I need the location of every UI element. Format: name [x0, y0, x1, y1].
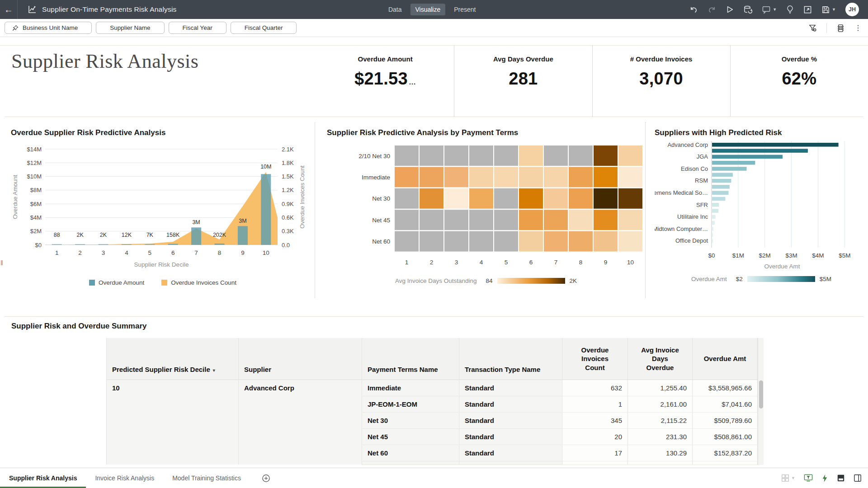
table-cell[interactable]: 2,115.22: [628, 412, 693, 428]
supplier-bar[interactable]: [712, 155, 783, 159]
bar-overdue-amount[interactable]: [52, 244, 62, 245]
heatmap-cell[interactable]: [469, 210, 493, 230]
supplier-bar[interactable]: [712, 143, 839, 147]
supplier-bar[interactable]: [712, 179, 731, 183]
kpi-overdue-percent[interactable]: Overdue % 62%: [730, 45, 868, 117]
heatmap-cell[interactable]: [420, 145, 443, 166]
tab-present[interactable]: Present: [449, 4, 481, 15]
supplier-bar[interactable]: [712, 167, 747, 171]
table-cell[interactable]: Immediate: [362, 380, 459, 396]
table-scrollbar-thumb[interactable]: [759, 380, 763, 408]
grid-view-icon[interactable]: ▼: [781, 474, 795, 482]
heatmap-cell[interactable]: [444, 210, 468, 230]
table-cell[interactable]: 1: [562, 396, 628, 412]
kpi-avg-days-overdue[interactable]: Avg Days Overdue 281: [454, 45, 592, 117]
table-cell[interactable]: 130.29: [628, 445, 693, 461]
supplier-bar[interactable]: [712, 227, 713, 231]
auto-apply-icon[interactable]: [821, 474, 828, 483]
heatmap-cell[interactable]: [544, 188, 568, 209]
supplier-bar[interactable]: [712, 239, 713, 243]
heatmap-cell[interactable]: [395, 145, 419, 166]
kebab-menu-icon[interactable]: ⋮: [854, 24, 862, 32]
canvas-resize-handle[interactable]: ‖: [0, 259, 3, 267]
filter-supplier-name[interactable]: Supplier Name: [96, 22, 164, 34]
heatmap-cell[interactable]: [594, 188, 618, 209]
save-icon[interactable]: ▼: [821, 5, 836, 14]
heatmap-cell[interactable]: [569, 167, 593, 187]
canvas-tab-invoice-risk[interactable]: Invoice Risk Analysis: [86, 468, 163, 488]
heatmap-cell[interactable]: [444, 167, 468, 187]
filter-business-unit[interactable]: Business Unit Name: [5, 22, 92, 34]
export-window-icon[interactable]: [803, 5, 812, 14]
canvas-properties-icon[interactable]: [836, 23, 845, 33]
table-cell[interactable]: Net 60: [362, 445, 459, 461]
table-cell[interactable]: Standard: [459, 428, 562, 445]
heatmap-cell[interactable]: [618, 231, 642, 252]
bar-overdue-amount[interactable]: [122, 244, 132, 245]
supplier-bar[interactable]: [712, 209, 718, 213]
heatmap-cell[interactable]: [544, 231, 568, 252]
table-cell[interactable]: $152,837.20: [693, 445, 758, 461]
table-cell[interactable]: Standard: [459, 380, 562, 396]
heatmap-cell[interactable]: [594, 145, 618, 166]
comment-caret-icon[interactable]: ▼: [773, 7, 777, 12]
column-header[interactable]: Supplier: [239, 338, 362, 380]
add-canvas-icon[interactable]: [262, 474, 270, 483]
supplier-bar[interactable]: [712, 185, 730, 189]
heatmap-cell[interactable]: [519, 210, 543, 230]
heatmap-cell[interactable]: [469, 231, 493, 252]
column-header[interactable]: Payment Terms Name: [362, 338, 459, 380]
supplier-bar[interactable]: [712, 221, 715, 225]
column-header[interactable]: Avg InvoiceDaysOverdue: [628, 338, 693, 380]
filter-fiscal-year[interactable]: Fiscal Year: [169, 22, 226, 34]
heatmap-cell[interactable]: [569, 145, 593, 166]
supplier-bar[interactable]: [712, 197, 725, 201]
table-cell[interactable]: 2,161.00: [628, 396, 693, 412]
supplier-bar[interactable]: [712, 191, 728, 195]
avatar[interactable]: JH: [845, 3, 859, 16]
table-cell[interactable]: JP-EOM-1-EOM: [362, 396, 459, 412]
layout-panel-right-icon[interactable]: [854, 474, 862, 482]
table-cell[interactable]: $508,861.00: [693, 428, 758, 445]
table-cell[interactable]: 17: [562, 445, 628, 461]
canvas-tab-model-training[interactable]: Model Training Statistics: [163, 468, 250, 488]
heatmap-cell[interactable]: [594, 210, 618, 230]
bar-overdue-amount[interactable]: [191, 227, 201, 245]
back-button[interactable]: ←: [0, 0, 17, 19]
kpi-overdue-invoices[interactable]: # Overdue Invoices 3,070: [592, 45, 730, 117]
kpi-overdue-amount[interactable]: Overdue Amount $21.53…: [316, 45, 454, 117]
heatmap-cell[interactable]: [569, 210, 593, 230]
comment-icon[interactable]: ▼: [762, 5, 777, 14]
filter-settings-icon[interactable]: [808, 23, 817, 33]
supplier-bar[interactable]: [712, 203, 719, 207]
column-header[interactable]: Transaction Type Name: [459, 338, 562, 380]
column-header[interactable]: OverdueInvoicesCount: [562, 338, 628, 380]
table-scrollbar[interactable]: [758, 338, 764, 465]
heatmap-cell[interactable]: [469, 145, 493, 166]
heatmap-cell[interactable]: [469, 167, 493, 187]
bar-overdue-amount[interactable]: [215, 244, 225, 245]
grid-view-caret-icon[interactable]: ▼: [791, 476, 795, 480]
sort-desc-icon[interactable]: ▾: [213, 368, 215, 373]
heatmap-cell[interactable]: [494, 167, 518, 187]
bar-overdue-amount[interactable]: [145, 244, 155, 245]
heatmap-cell[interactable]: [569, 188, 593, 209]
table-cell[interactable]: Standard: [459, 445, 562, 461]
refresh-data-icon[interactable]: [743, 5, 752, 14]
table-row[interactable]: 10Advanced CorpImmediateStandard6321,255…: [107, 380, 758, 396]
heatmap-cell[interactable]: [444, 188, 468, 209]
bar-overdue-amount[interactable]: [99, 244, 108, 245]
legend-overdue-invoices-count[interactable]: Overdue Invoices Count: [161, 279, 236, 286]
supplier-bar[interactable]: [712, 149, 808, 153]
supplier-bar[interactable]: [712, 215, 716, 219]
table-cell[interactable]: 20: [562, 428, 628, 445]
layout-panel-bottom-icon[interactable]: [837, 474, 845, 482]
heatmap-cell[interactable]: [519, 167, 543, 187]
canvas-filter-display-icon[interactable]: [804, 474, 813, 482]
heatmap-cell[interactable]: [395, 188, 419, 209]
filter-fiscal-quarter[interactable]: Fiscal Quarter: [231, 22, 297, 34]
heatmap-cell[interactable]: [544, 145, 568, 166]
tab-data[interactable]: Data: [383, 4, 407, 15]
heatmap-cell[interactable]: [395, 167, 419, 187]
table-cell[interactable]: 632: [562, 380, 628, 396]
